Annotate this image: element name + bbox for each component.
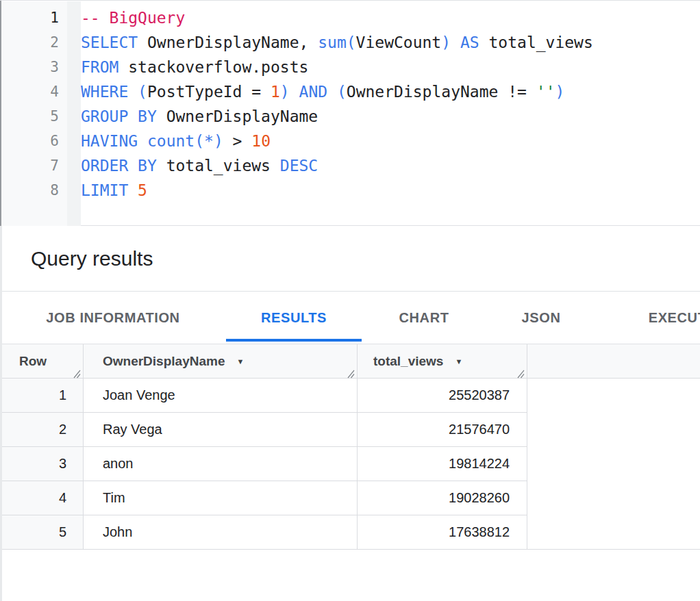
token-plain: [327, 83, 337, 101]
token-keyword: ): [441, 34, 451, 51]
query-results-section: Query results: [0, 226, 700, 292]
token-keyword: count(*): [147, 132, 223, 150]
token-keyword: FROM: [81, 58, 118, 76]
line-number: 3: [0, 55, 59, 79]
token-string: '': [536, 83, 555, 101]
column-resize-handle[interactable]: [72, 367, 81, 376]
token-number: 10: [251, 132, 271, 150]
token-plain: [138, 132, 147, 150]
row-number-cell: 3: [0, 447, 84, 481]
tab-label: RESULTS: [261, 310, 327, 326]
column-header-ownerdisplayname: OwnerDisplayName ▼: [84, 344, 358, 378]
token-number: 1: [271, 83, 280, 101]
token-plain: [451, 34, 460, 51]
panel-left-border: [0, 226, 2, 601]
total-views-cell: 25520387: [358, 379, 527, 412]
token-plain: stackoverflow.posts: [118, 58, 308, 76]
code-line: 3FROM stackoverflow.posts: [0, 55, 700, 79]
token-number: 5: [138, 181, 147, 199]
code-text: -- BigQuery: [81, 5, 185, 30]
code-line: 6HAVING count(*) > 10: [0, 129, 700, 153]
tab-execution-details[interactable]: EXECUTION DETAILS: [603, 292, 700, 344]
sql-editor[interactable]: 1-- BigQuery2SELECT OwnerDisplayName, su…: [0, 0, 700, 226]
line-number: 4: [0, 79, 59, 104]
token-plain: OwnerDisplayName !=: [347, 83, 536, 101]
column-header-total-views: total_views ▼: [358, 344, 527, 378]
code-line: 2SELECT OwnerDisplayName, sum(ViewCount)…: [0, 30, 700, 55]
token-keyword: AND: [299, 83, 328, 101]
code-line: 8LIMIT 5: [0, 178, 700, 203]
token-plain: [290, 83, 299, 101]
token-plain: PostTypeId =: [147, 83, 271, 101]
token-keyword: (: [337, 83, 347, 101]
token-plain: ViewCount: [356, 34, 442, 51]
token-keyword: sum(: [318, 34, 355, 51]
code-text: LIMIT 5: [81, 178, 147, 203]
token-plain: total_views: [157, 157, 280, 175]
token-keyword: SELECT: [81, 34, 138, 51]
code-line: 1-- BigQuery: [0, 5, 700, 30]
token-keyword: HAVING: [81, 132, 138, 150]
tabs-bar: JOB INFORMATION RESULTS CHART JSON EXECU…: [0, 292, 700, 344]
tab-label: JSON: [522, 310, 561, 326]
column-sort-dropdown-icon[interactable]: ▼: [236, 357, 244, 366]
token-keyword: DESC: [280, 157, 318, 175]
code-text: FROM stackoverflow.posts: [81, 55, 308, 79]
token-keyword: AS: [460, 34, 479, 51]
token-keyword: GROUP BY: [81, 107, 157, 125]
owner-display-name-cell: Tim: [84, 481, 358, 515]
table-row: 1Joan Venge25520387: [0, 379, 527, 413]
table-bottom-border: [0, 549, 700, 550]
column-header-row: Row: [0, 344, 84, 378]
total-views-cell: 19028260: [358, 481, 527, 515]
code-text: HAVING count(*) > 10: [81, 129, 271, 153]
token-keyword: ): [280, 83, 290, 101]
code-lines: 1-- BigQuery2SELECT OwnerDisplayName, su…: [0, 5, 700, 203]
code-line: 4WHERE (PostTypeId = 1) AND (OwnerDispla…: [0, 79, 700, 104]
column-resize-handle[interactable]: [346, 367, 355, 376]
token-keyword: (: [138, 83, 147, 101]
line-number: 6: [0, 129, 59, 153]
line-number: 7: [0, 153, 59, 178]
table-body: 1Joan Venge255203872Ray Vega215764703ano…: [0, 379, 700, 550]
token-comment: -- BigQuery: [81, 9, 185, 27]
line-number: 2: [0, 30, 59, 55]
tab-json[interactable]: JSON: [479, 292, 603, 344]
line-number: 8: [0, 178, 59, 203]
token-plain: >: [223, 132, 252, 150]
total-views-cell: 21576470: [358, 413, 527, 446]
tab-results[interactable]: RESULTS: [226, 292, 362, 344]
token-plain: OwnerDisplayName,: [138, 34, 318, 51]
table-row: 5John17638812: [0, 515, 527, 550]
row-number-cell: 2: [0, 413, 84, 446]
code-text: SELECT OwnerDisplayName, sum(ViewCount) …: [81, 30, 593, 55]
owner-display-name-cell: Joan Venge: [84, 379, 358, 412]
table-header: Row OwnerDisplayName ▼ total_views ▼: [0, 344, 700, 379]
owner-display-name-cell: anon: [84, 447, 358, 481]
table-row: 3anon19814224: [0, 447, 527, 481]
column-resize-handle[interactable]: [516, 367, 525, 376]
code-line: 5GROUP BY OwnerDisplayName: [0, 104, 700, 129]
tab-job-information[interactable]: JOB INFORMATION: [21, 292, 205, 344]
token-plain: [128, 83, 138, 101]
code-text: ORDER BY total_views DESC: [81, 153, 318, 178]
token-plain: [128, 181, 138, 199]
tab-label: EXECUTION DETAILS: [649, 310, 700, 326]
tab-chart[interactable]: CHART: [363, 292, 485, 344]
row-number-cell: 5: [0, 515, 84, 549]
column-label: OwnerDisplayName: [103, 354, 225, 369]
owner-display-name-cell: John: [84, 515, 358, 549]
token-plain: total_views: [479, 34, 593, 51]
token-keyword: LIMIT: [81, 181, 128, 199]
column-label: Row: [19, 354, 47, 369]
line-number: 5: [0, 104, 59, 129]
row-number-cell: 1: [0, 379, 84, 412]
column-sort-dropdown-icon[interactable]: ▼: [455, 357, 462, 366]
column-label: total_views: [373, 354, 443, 369]
page-title: Query results: [31, 247, 153, 270]
owner-display-name-cell: Ray Vega: [84, 413, 358, 446]
token-keyword: ORDER BY: [81, 157, 157, 175]
code-text: WHERE (PostTypeId = 1) AND (OwnerDisplay…: [81, 79, 564, 104]
total-views-cell: 19814224: [358, 447, 527, 481]
column-header-empty: [527, 344, 700, 378]
